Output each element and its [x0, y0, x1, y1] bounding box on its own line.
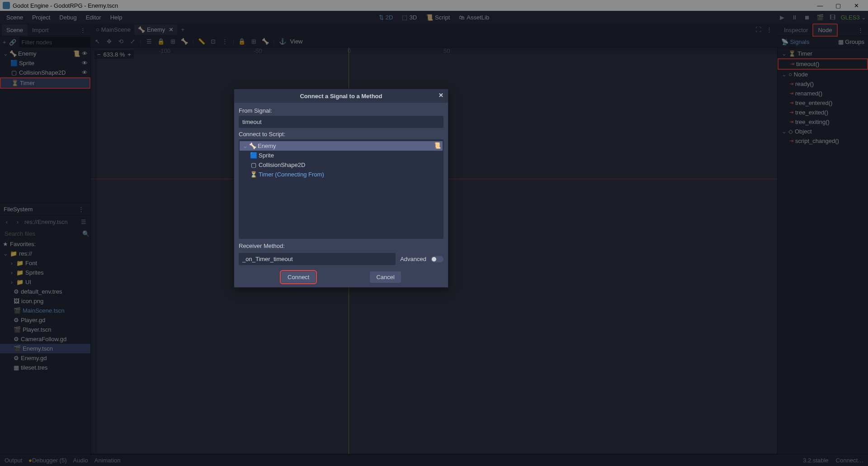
receiver-method-input[interactable] — [239, 253, 396, 265]
connect-button[interactable]: Connect — [281, 271, 316, 283]
target-enemy[interactable]: ⌄🦴Enemy — [240, 141, 443, 151]
close-icon[interactable]: ✕ — [439, 92, 443, 99]
advanced-label: Advanced — [400, 256, 426, 262]
from-signal-label: From Signal: — [239, 107, 443, 114]
collision-icon: ▢ — [250, 162, 257, 168]
timer-icon: ⏳ — [250, 171, 257, 178]
connect-target-tree: 📜 ⌄🦴Enemy 🟦Sprite ▢CollisionShape2D ⏳Tim… — [239, 139, 443, 239]
dialog-title: Connect a Signal to a Method — [300, 93, 382, 100]
target-timer[interactable]: ⏳Timer (Connecting From) — [240, 170, 443, 179]
rigid-body-icon: 🦴 — [250, 143, 256, 149]
connect-signal-dialog: Connect a Signal to a Method ✕ From Sign… — [234, 89, 448, 288]
from-signal-input[interactable] — [239, 116, 443, 128]
receiver-label: Receiver Method: — [239, 243, 443, 249]
cancel-button[interactable]: Cancel — [370, 271, 401, 283]
target-sprite[interactable]: 🟦Sprite — [240, 151, 443, 160]
advanced-toggle[interactable] — [431, 256, 443, 262]
sprite-icon: 🟦 — [250, 152, 257, 159]
script-icon[interactable]: 📜 — [434, 142, 441, 149]
target-collision[interactable]: ▢CollisionShape2D — [240, 160, 443, 170]
connect-to-label: Connect to Script: — [239, 131, 443, 138]
